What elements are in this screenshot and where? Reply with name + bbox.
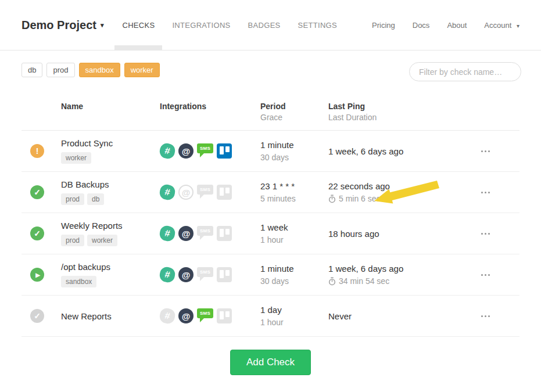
last-duration-value: 34 min 54 sec	[328, 276, 471, 286]
check-tags: prodworker	[61, 235, 160, 246]
check-name[interactable]: Product Sync	[61, 138, 160, 148]
check-tag: worker	[87, 235, 117, 246]
row-menu-button[interactable]	[479, 271, 492, 279]
dot-icon	[485, 274, 486, 276]
project-name: Demo Project	[22, 19, 96, 32]
menu-cell	[471, 271, 519, 279]
lastping-cell: 18 hours ago	[328, 229, 471, 239]
trello-icon	[217, 308, 232, 323]
tag-filter-db[interactable]: db	[22, 63, 42, 77]
column-period-grace: Period Grace	[260, 101, 328, 123]
period-value: 1 day	[260, 305, 328, 315]
nav-tabs: CHECKSINTEGRATIONSBADGESSETTINGS	[122, 0, 337, 50]
sms-icon: SMS	[197, 143, 213, 159]
period-value: 1 week	[260, 222, 328, 232]
status-cell: ✓	[22, 309, 61, 323]
account-menu[interactable]: Account ▾	[484, 21, 519, 30]
name-cell: Product Syncworker	[61, 138, 160, 164]
sms-icon: SMS	[197, 226, 213, 241]
slack-icon: #	[159, 184, 176, 201]
tab-integrations[interactable]: INTEGRATIONS	[172, 0, 230, 50]
chevron-down-icon: ▾	[517, 23, 519, 29]
table-body: !Product Syncworker#@SMS1 minute30 days1…	[22, 131, 519, 337]
period-value: 1 minute	[260, 140, 328, 150]
slack-icon: #	[159, 266, 176, 283]
email-icon: @	[178, 308, 194, 323]
row-menu-button[interactable]	[479, 188, 492, 197]
tab-badges[interactable]: BADGES	[248, 0, 281, 50]
last-ping-value: 18 hours ago	[328, 229, 471, 239]
slack-icon: #	[159, 225, 176, 242]
dot-icon	[485, 233, 486, 235]
add-check-button[interactable]: Add Check	[230, 350, 311, 375]
tag-filter-prod[interactable]: prod	[46, 63, 74, 77]
grace-value: 1 hour	[260, 318, 328, 327]
last-duration-value: 5 min 6 sec	[328, 194, 471, 203]
dot-icon	[488, 150, 490, 152]
project-switcher[interactable]: Demo Project ▾	[22, 0, 103, 50]
dot-icon	[481, 233, 483, 235]
lastping-cell: 1 week, 6 days ago	[328, 146, 471, 156]
name-cell: /opt backupssandbox	[61, 262, 160, 287]
checks-table: Name Integrations Period Grace Last Ping…	[22, 94, 519, 337]
check-tag: sandbox	[61, 276, 96, 287]
row-menu-button[interactable]	[479, 147, 492, 156]
last-ping-value: 22 seconds ago	[328, 181, 471, 191]
dot-icon	[488, 233, 490, 235]
table-row: ✓Weekly Reportsprodworker#@SMS1 week1 ho…	[22, 213, 519, 254]
check-name[interactable]: Weekly Reports	[61, 221, 160, 231]
row-menu-button[interactable]	[479, 312, 492, 321]
column-name: Name	[61, 101, 160, 112]
lastping-cell: Never	[328, 311, 471, 321]
menu-cell	[471, 312, 519, 321]
tag-filter-worker[interactable]: worker	[124, 63, 160, 77]
slack-icon: #	[159, 142, 176, 160]
table-row: !Product Syncworker#@SMS1 minute30 days1…	[22, 131, 519, 172]
top-link-docs[interactable]: Docs	[413, 21, 430, 30]
sms-icon: SMS	[197, 308, 213, 323]
dot-icon	[481, 192, 483, 193]
status-up-icon: ✓	[30, 185, 44, 199]
check-name[interactable]: New Reports	[61, 311, 160, 321]
dot-icon	[481, 150, 483, 152]
check-tags: proddb	[61, 193, 160, 205]
trello-icon	[217, 267, 232, 282]
integrations-cell: #@SMS	[160, 143, 260, 159]
status-cell: !	[22, 144, 61, 158]
table-header-row: Name Integrations Period Grace Last Ping…	[22, 94, 519, 131]
table-row: ✓New Reports#@SMS1 day1 hourNever	[22, 296, 519, 337]
search-input[interactable]	[409, 62, 521, 81]
stopwatch-icon	[328, 277, 336, 286]
tab-settings[interactable]: SETTINGS	[298, 0, 337, 50]
tab-checks[interactable]: CHECKS	[122, 0, 155, 50]
period-cell: 1 minute30 days	[260, 264, 328, 286]
email-icon: @	[178, 185, 194, 200]
period-value: 23 1 * * *	[260, 181, 328, 191]
dot-icon	[481, 274, 483, 276]
tag-filter-sandbox[interactable]: sandbox	[79, 63, 120, 77]
integrations-cell: #@SMS	[160, 308, 260, 323]
grace-value: 1 hour	[260, 235, 328, 244]
dot-icon	[488, 274, 490, 276]
status-cell: ▶	[22, 268, 61, 282]
check-name[interactable]: DB Backups	[61, 179, 160, 189]
column-integrations: Integrations	[160, 101, 260, 112]
row-menu-button[interactable]	[479, 229, 492, 238]
check-tag: worker	[61, 152, 91, 164]
email-icon: @	[178, 267, 194, 282]
column-lastping-duration: Last Ping Last Duration	[328, 101, 471, 123]
top-links: PricingDocsAbout Account ▾	[372, 0, 519, 50]
table-row: ✓DB Backupsproddb#@SMS23 1 * * *5 minute…	[22, 172, 519, 213]
check-name[interactable]: /opt backups	[61, 262, 160, 272]
period-cell: 1 day1 hour	[260, 305, 328, 327]
integrations-cell: #@SMS	[160, 185, 260, 200]
name-cell: New Reports	[61, 311, 160, 321]
slack-icon: #	[159, 307, 176, 325]
menu-cell	[471, 147, 519, 156]
status-new-icon: ✓	[30, 309, 44, 323]
check-tag: db	[87, 193, 104, 205]
status-cell: ✓	[22, 185, 61, 199]
top-link-pricing[interactable]: Pricing	[372, 21, 395, 30]
top-link-about[interactable]: About	[447, 21, 467, 30]
dot-icon	[485, 315, 486, 317]
